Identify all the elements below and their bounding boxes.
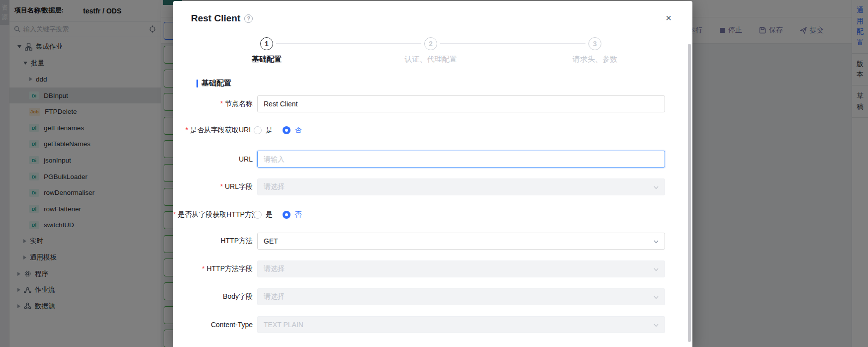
step-2-circle[interactable]: 2 xyxy=(424,37,437,50)
step-1-circle[interactable]: 1 xyxy=(260,37,273,50)
radio-yes[interactable]: 是 xyxy=(254,126,273,135)
http-method-select[interactable]: GET xyxy=(257,233,665,250)
radio-off-icon[interactable] xyxy=(254,126,262,134)
section-header: 基础配置 xyxy=(196,79,231,88)
select-value: GET xyxy=(264,237,278,245)
step-2-label: 认证、代理配置 xyxy=(405,55,457,64)
chevron-down-icon xyxy=(653,266,659,272)
http-method-label: HTTP方法 xyxy=(173,237,253,246)
url-label: URL xyxy=(173,155,253,163)
url-input[interactable] xyxy=(257,151,665,168)
radio-no-label: 否 xyxy=(294,126,301,135)
radio-no-label: 否 xyxy=(294,210,301,219)
modal-scrollbar-thumb[interactable] xyxy=(688,44,691,342)
help-icon[interactable]: ? xyxy=(244,14,253,23)
url-from-field-label: 是否从字段获取URL xyxy=(173,126,253,135)
field-row-body-field: Body字段 请选择 xyxy=(173,288,692,305)
chevron-down-icon xyxy=(653,239,659,245)
url-field-label: URL字段 xyxy=(173,182,253,191)
url-field-select[interactable]: 请选择 xyxy=(257,178,665,195)
close-icon[interactable]: × xyxy=(666,13,672,23)
radio-off-icon[interactable] xyxy=(254,211,262,219)
field-row-method-from-field: 是否从字段获取HTTP方法 是 否 xyxy=(173,206,692,223)
field-row-http-method: HTTP方法 GET xyxy=(173,233,692,250)
radio-no[interactable]: 否 xyxy=(283,210,301,219)
method-from-field-label: 是否从字段获取HTTP方法 xyxy=(173,210,253,219)
dialog-title: Rest Client ? xyxy=(191,13,253,24)
chevron-down-icon xyxy=(653,184,659,190)
chevron-down-icon xyxy=(653,322,659,328)
chevron-down-icon xyxy=(653,294,659,300)
radio-yes-label: 是 xyxy=(266,126,273,135)
content-type-select[interactable]: TEXT PLAIN xyxy=(257,316,665,333)
step-3-circle[interactable]: 3 xyxy=(588,37,601,50)
field-row-content-type: Content-Type TEXT PLAIN xyxy=(173,316,692,333)
field-row-url: URL xyxy=(173,151,692,168)
radio-yes-label: 是 xyxy=(266,210,273,219)
radio-yes[interactable]: 是 xyxy=(254,210,273,219)
field-row-node-name: 节点名称 xyxy=(173,95,692,112)
select-placeholder: 请选择 xyxy=(264,182,285,191)
radio-on-icon[interactable] xyxy=(283,211,290,219)
field-row-http-method-field: HTTP方法字段 请选择 xyxy=(173,260,692,277)
section-accent-bar xyxy=(196,80,198,87)
http-method-field-select[interactable]: 请选择 xyxy=(257,260,665,277)
http-method-field-label: HTTP方法字段 xyxy=(173,264,253,273)
rest-client-dialog: Rest Client ? × 1 2 3 基础配置 认证、代理配置 请求头、参… xyxy=(173,1,692,347)
step-connector xyxy=(276,43,421,44)
select-placeholder: TEXT PLAIN xyxy=(264,321,303,329)
step-connector xyxy=(440,43,585,44)
node-name-label: 节点名称 xyxy=(173,99,253,108)
select-placeholder: 请选择 xyxy=(264,292,285,301)
radio-no[interactable]: 否 xyxy=(283,126,301,135)
content-type-label: Content-Type xyxy=(173,321,253,329)
step-3-label: 请求头、参数 xyxy=(573,55,617,64)
section-title: 基础配置 xyxy=(201,79,231,88)
step-1-label: 基础配置 xyxy=(252,55,282,64)
radio-on-icon[interactable] xyxy=(283,126,290,134)
select-placeholder: 请选择 xyxy=(264,264,285,273)
field-row-url-field: URL字段 请选择 xyxy=(173,178,692,195)
body-field-select[interactable]: 请选择 xyxy=(257,288,665,305)
body-field-label: Body字段 xyxy=(173,292,253,301)
node-name-input[interactable] xyxy=(257,95,665,112)
dialog-title-text: Rest Client xyxy=(191,13,240,24)
field-row-url-from-field: 是否从字段获取URL 是 否 xyxy=(173,122,692,139)
